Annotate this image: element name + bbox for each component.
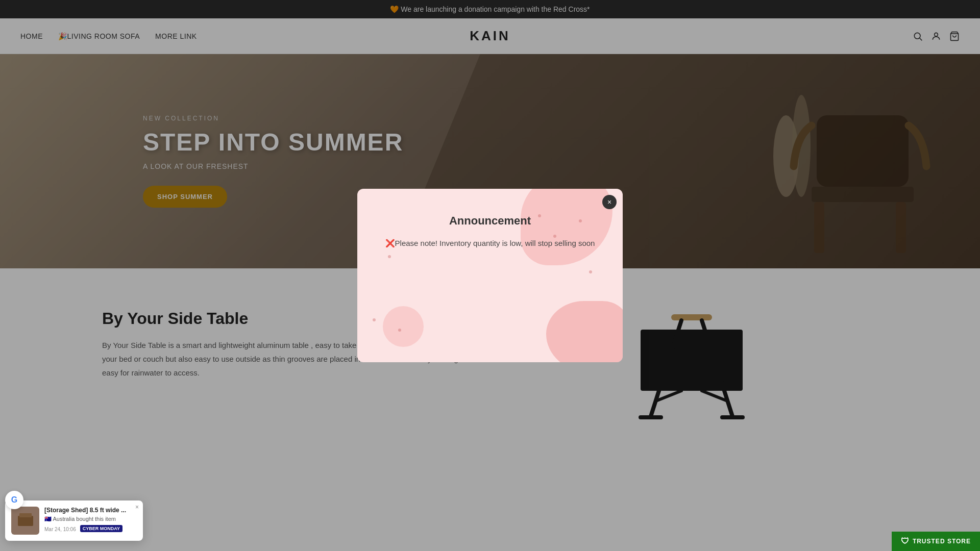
modal-dot-6 [388, 255, 391, 258]
modal-blob-3 [383, 306, 424, 347]
modal-dot-7 [589, 270, 592, 273]
modal-dot-5 [398, 329, 401, 332]
announcement-modal: × Announcement ❌Please note! Inventory q… [357, 189, 623, 362]
modal-dot-4 [373, 318, 376, 321]
modal-title: Announcement [378, 214, 602, 228]
modal-blob-2 [546, 301, 623, 362]
modal-overlay: × Announcement ❌Please note! Inventory q… [0, 0, 980, 462]
modal-body: ❌Please note! Inventory quantity is low,… [378, 238, 602, 249]
modal-close-button[interactable]: × [602, 195, 617, 209]
